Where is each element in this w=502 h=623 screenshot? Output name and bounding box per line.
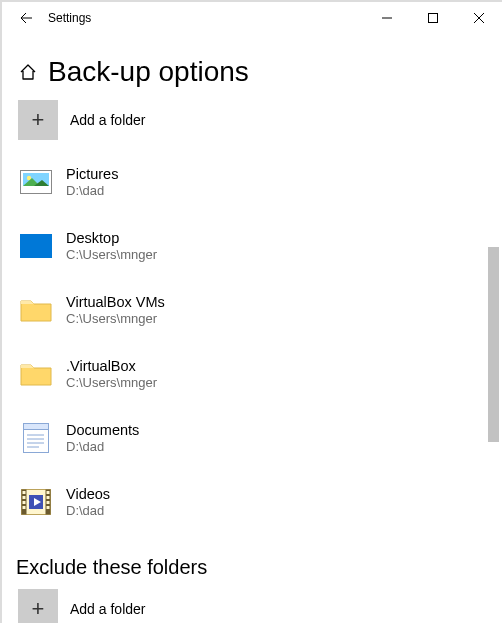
folder-name: Documents xyxy=(66,421,139,439)
folder-path: D:\dad xyxy=(66,183,118,199)
desktop-icon xyxy=(18,231,54,261)
videos-icon xyxy=(18,487,54,517)
plus-icon: + xyxy=(32,596,45,622)
exclude-add-folder-label: Add a folder xyxy=(70,601,146,617)
close-icon xyxy=(474,13,484,23)
folder-name: Videos xyxy=(66,485,110,503)
content: Back-up options + Add a folder PicturesD… xyxy=(1,32,485,623)
folder-item[interactable]: DesktopC:\Users\mnger xyxy=(18,214,481,278)
heading-row: Back-up options xyxy=(18,56,481,88)
minimize-button[interactable] xyxy=(364,2,410,34)
page-title: Back-up options xyxy=(48,56,249,88)
folder-path: D:\dad xyxy=(66,439,139,455)
close-button[interactable] xyxy=(456,2,502,34)
exclude-add-folder-row[interactable]: + Add a folder xyxy=(18,589,481,623)
client-area: Back-up options + Add a folder PicturesD… xyxy=(1,32,502,623)
svg-rect-22 xyxy=(47,506,50,509)
folder-text: PicturesD:\dad xyxy=(66,165,118,199)
add-folder-row[interactable]: + Add a folder xyxy=(18,100,481,140)
folder-icon xyxy=(18,295,54,325)
folder-text: DocumentsD:\dad xyxy=(66,421,139,455)
folder-item[interactable]: VideosD:\dad xyxy=(18,470,481,534)
folder-path: C:\Users\mnger xyxy=(66,375,157,391)
svg-rect-19 xyxy=(47,491,50,494)
minimize-icon xyxy=(382,13,392,23)
folder-item[interactable]: PicturesD:\dad xyxy=(18,150,481,214)
folder-name: Pictures xyxy=(66,165,118,183)
svg-rect-15 xyxy=(23,491,26,494)
folder-text: DesktopC:\Users\mnger xyxy=(66,229,157,263)
svg-rect-1 xyxy=(429,14,438,23)
folder-path: C:\Users\mnger xyxy=(66,311,165,327)
back-button[interactable] xyxy=(10,2,42,34)
svg-rect-17 xyxy=(23,501,26,504)
svg-rect-18 xyxy=(23,506,26,509)
folder-text: .VirtualBoxC:\Users\mnger xyxy=(66,357,157,391)
folder-path: C:\Users\mnger xyxy=(66,247,157,263)
included-folder-list: PicturesD:\dadDesktopC:\Users\mngerVirtu… xyxy=(18,150,481,534)
folder-name: VirtualBox VMs xyxy=(66,293,165,311)
pictures-icon xyxy=(18,167,54,197)
folder-icon xyxy=(18,359,54,389)
folder-path: D:\dad xyxy=(66,503,110,519)
svg-rect-21 xyxy=(47,501,50,504)
svg-rect-16 xyxy=(23,496,26,499)
arrow-left-icon xyxy=(19,11,33,25)
maximize-icon xyxy=(428,13,438,23)
document-icon xyxy=(18,423,54,453)
caption-buttons xyxy=(364,2,502,34)
folder-item[interactable]: VirtualBox VMsC:\Users\mnger xyxy=(18,278,481,342)
maximize-button[interactable] xyxy=(410,2,456,34)
scrollbar-thumb[interactable] xyxy=(488,247,499,442)
add-folder-label: Add a folder xyxy=(70,112,146,128)
titlebar: Settings xyxy=(2,2,502,34)
svg-rect-20 xyxy=(47,496,50,499)
folder-name: Desktop xyxy=(66,229,157,247)
add-folder-button[interactable]: + xyxy=(18,100,58,140)
folder-text: VirtualBox VMsC:\Users\mnger xyxy=(66,293,165,327)
plus-icon: + xyxy=(32,107,45,133)
svg-rect-5 xyxy=(20,234,52,258)
folder-item[interactable]: DocumentsD:\dad xyxy=(18,406,481,470)
home-icon[interactable] xyxy=(18,62,38,82)
vertical-scrollbar[interactable] xyxy=(485,32,502,623)
window-title: Settings xyxy=(48,11,91,25)
folder-item[interactable]: .VirtualBoxC:\Users\mnger xyxy=(18,342,481,406)
exclude-add-folder-button[interactable]: + xyxy=(18,589,58,623)
folder-name: .VirtualBox xyxy=(66,357,157,375)
svg-rect-7 xyxy=(24,424,49,430)
folder-text: VideosD:\dad xyxy=(66,485,110,519)
exclude-heading: Exclude these folders xyxy=(16,556,481,579)
